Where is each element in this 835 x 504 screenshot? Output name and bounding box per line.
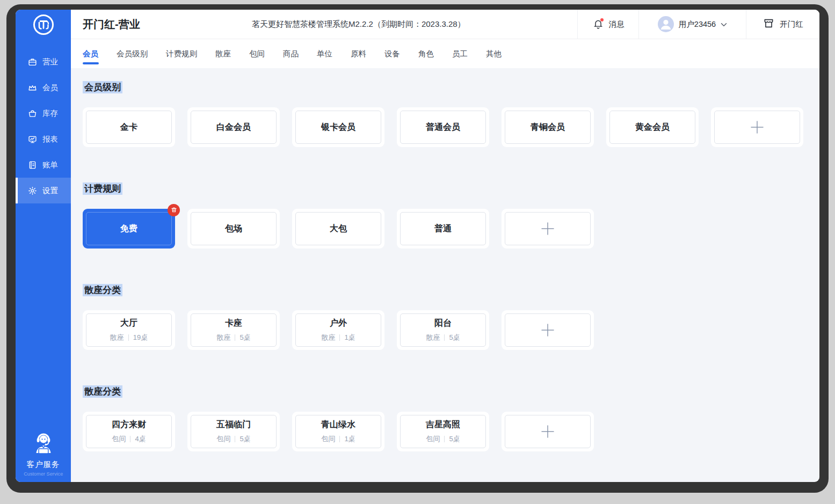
card-body (505, 415, 591, 448)
category-card-白金会员[interactable]: 白金会员 (187, 107, 280, 147)
card-subtitle: 包间4桌 (112, 434, 146, 444)
category-card-卡座[interactable]: 卡座散座5桌 (187, 310, 280, 350)
customer-service-button[interactable]: 客户服务 Customer Service (16, 428, 71, 477)
card-body (714, 111, 800, 144)
card-subtitle: 散座19桌 (110, 333, 148, 342)
add-card-button[interactable] (502, 412, 594, 451)
window-frame: 营业会员库存报表账单设置 (6, 4, 829, 493)
tab-角色[interactable]: 角色 (418, 39, 434, 68)
card-title: 吉星高照 (426, 419, 460, 430)
category-card-五福临门[interactable]: 五福临门包间5桌 (187, 412, 280, 451)
add-card-button[interactable] (711, 107, 803, 147)
chevron-down-icon (721, 20, 727, 28)
card-table-count: 4桌 (135, 434, 146, 444)
main-area: 开门红-营业 茗天更好智慧茶楼管理系统M2.2.2（到期时间：2023.3.28… (71, 10, 819, 482)
card-body: 五福临门包间5桌 (191, 415, 277, 448)
section-title: 计费规则 (83, 182, 808, 195)
section-title: 会员级别 (83, 81, 808, 93)
tab-会员级别[interactable]: 会员级别 (117, 39, 148, 68)
sidebar-item-会员[interactable]: 会员 (16, 75, 71, 100)
card-type: 散座 (426, 333, 440, 342)
category-card-大包[interactable]: 大包 (292, 209, 384, 249)
tab-label: 商品 (283, 49, 299, 59)
card-title: 卡座 (225, 318, 242, 329)
tab-label: 角色 (418, 49, 434, 59)
sidebar-item-营业[interactable]: 营业 (16, 49, 71, 75)
card-type: 包间 (112, 434, 126, 444)
category-card-吉星高照[interactable]: 吉星高照包间5桌 (397, 412, 489, 451)
customer-service-label: 客户服务 (27, 459, 60, 470)
user-menu[interactable]: 用户23456 (638, 10, 746, 39)
card-row: 大厅散座19桌卡座散座5桌户外散座1桌阳台散座5桌 (83, 310, 808, 350)
category-card-包场[interactable]: 包场 (187, 209, 280, 249)
tab-其他[interactable]: 其他 (486, 39, 502, 68)
tab-label: 计费规则 (166, 49, 197, 59)
category-card-银卡会员[interactable]: 银卡会员 (292, 107, 384, 147)
card-title: 白金会员 (216, 122, 251, 133)
category-card-普通[interactable]: 普通 (397, 209, 489, 249)
plus-icon (539, 322, 556, 339)
category-card-阳台[interactable]: 阳台散座5桌 (397, 310, 489, 350)
storefront-icon (763, 17, 775, 31)
customer-service-sublabel: Customer Service (24, 471, 63, 476)
crown-icon (28, 83, 37, 92)
card-title: 大厅 (120, 318, 137, 329)
category-card-免费[interactable]: 免费 (83, 209, 175, 249)
briefcase-icon (28, 57, 37, 67)
category-card-青山绿水[interactable]: 青山绿水包间1桌 (292, 412, 384, 451)
tab-计费规则[interactable]: 计费规则 (166, 39, 197, 68)
sidebar-item-库存[interactable]: 库存 (16, 100, 71, 126)
sidebar-item-报表[interactable]: 报表 (16, 126, 71, 152)
card-title: 青山绿水 (321, 419, 355, 430)
card-title: 普通 (434, 223, 452, 235)
add-card-button[interactable] (502, 310, 594, 350)
tab-label: 包间 (249, 49, 265, 59)
messages-button[interactable]: 消息 (577, 10, 638, 39)
delete-badge[interactable] (168, 204, 180, 216)
tab-原料[interactable]: 原料 (351, 39, 366, 68)
brand-logo-icon[interactable] (16, 10, 71, 39)
card-body: 银卡会员 (295, 111, 381, 144)
category-card-黄金会员[interactable]: 黄金会员 (606, 107, 699, 147)
tab-label: 原料 (351, 49, 366, 59)
subtitle-divider (235, 436, 235, 442)
card-title: 大包 (330, 223, 347, 235)
card-table-count: 5桌 (449, 434, 460, 444)
bill-icon (28, 160, 37, 170)
add-card-button[interactable] (502, 209, 594, 249)
card-body: 金卡 (86, 111, 172, 144)
section-title-text: 计费规则 (83, 182, 122, 195)
card-title: 银卡会员 (321, 122, 355, 133)
tab-散座[interactable]: 散座 (215, 39, 231, 68)
category-card-大厅[interactable]: 大厅散座19桌 (83, 310, 175, 350)
tab-包间[interactable]: 包间 (249, 39, 265, 68)
store-button[interactable]: 开门红 (746, 10, 819, 39)
card-title: 青铜会员 (531, 122, 565, 133)
card-type: 包间 (321, 434, 335, 444)
tab-label: 员工 (452, 49, 468, 59)
category-card-四方来财[interactable]: 四方来财包间4桌 (83, 412, 175, 451)
card-body: 大包 (295, 212, 381, 245)
subtitle-divider (130, 436, 130, 442)
person-icon (658, 16, 674, 32)
sidebar-item-账单[interactable]: 账单 (16, 152, 71, 178)
category-card-青铜会员[interactable]: 青铜会员 (502, 107, 594, 147)
card-subtitle: 散座5桌 (426, 333, 460, 342)
card-subtitle: 包间1桌 (321, 434, 355, 444)
category-card-户外[interactable]: 户外散座1桌 (292, 310, 384, 350)
category-card-普通会员[interactable]: 普通会员 (397, 107, 489, 147)
sidebar-item-设置[interactable]: 设置 (16, 178, 71, 203)
tab-员工[interactable]: 员工 (452, 39, 468, 68)
tab-商品[interactable]: 商品 (283, 39, 299, 68)
basket-icon (28, 109, 37, 118)
tab-单位[interactable]: 单位 (317, 39, 332, 68)
subtitle-divider (339, 334, 340, 341)
subtitle-divider (444, 334, 445, 341)
tab-设备[interactable]: 设备 (384, 39, 400, 68)
card-body: 大厅散座19桌 (86, 313, 172, 347)
plus-icon (539, 220, 556, 237)
category-card-金卡[interactable]: 金卡 (83, 107, 175, 147)
tab-会员[interactable]: 会员 (83, 39, 98, 68)
section-title: 散座分类 (83, 385, 808, 398)
card-title: 免费 (120, 223, 137, 235)
